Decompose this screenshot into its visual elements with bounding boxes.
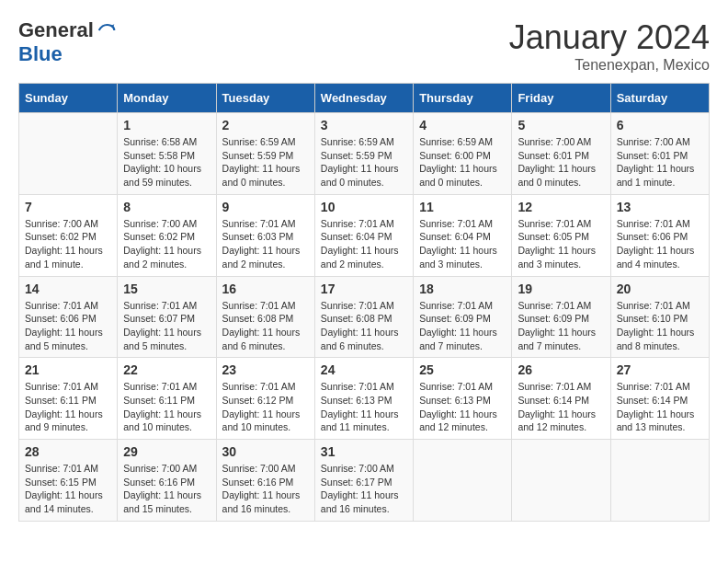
sunrise-text: Sunrise: 7:01 AM (419, 218, 493, 229)
day-number: 20 (617, 282, 703, 296)
sunrise-text: Sunrise: 7:00 AM (222, 463, 296, 474)
daylight-text: Daylight: 11 hours and 6 minutes. (222, 327, 301, 351)
day-info: Sunrise: 7:00 AMSunset: 6:16 PMDaylight:… (123, 462, 210, 516)
sunrise-text: Sunrise: 7:00 AM (25, 218, 98, 229)
calendar-cell: 29Sunrise: 7:00 AMSunset: 6:16 PMDayligh… (118, 440, 216, 522)
header-friday: Friday (512, 84, 610, 113)
day-number: 18 (419, 282, 506, 296)
day-info: Sunrise: 7:00 AMSunset: 6:01 PMDaylight:… (617, 135, 703, 190)
sunrise-text: Sunrise: 7:01 AM (222, 300, 296, 311)
calendar-cell: 19Sunrise: 7:01 AMSunset: 6:09 PMDayligh… (512, 276, 610, 358)
daylight-text: Daylight: 11 hours and 5 minutes. (25, 327, 103, 351)
day-info: Sunrise: 7:01 AMSunset: 6:12 PMDaylight:… (222, 380, 309, 434)
calendar-cell: 12Sunrise: 7:01 AMSunset: 6:05 PMDayligh… (512, 194, 610, 276)
title-block: January 2024 Tenenexpan, Mexico (509, 18, 710, 74)
sunset-text: Sunset: 6:14 PM (518, 395, 589, 406)
day-info: Sunrise: 7:00 AMSunset: 6:02 PMDaylight:… (25, 217, 111, 271)
week-row-3: 14Sunrise: 7:01 AMSunset: 6:06 PMDayligh… (19, 276, 710, 358)
sunrise-text: Sunrise: 7:01 AM (518, 300, 591, 311)
day-info: Sunrise: 7:00 AMSunset: 6:16 PMDaylight:… (222, 462, 309, 516)
sunrise-text: Sunrise: 7:01 AM (321, 381, 394, 392)
sunset-text: Sunset: 6:11 PM (123, 395, 195, 406)
sunset-text: Sunset: 6:04 PM (321, 231, 392, 242)
day-number: 21 (25, 362, 111, 377)
header-saturday: Saturday (610, 84, 709, 113)
sunset-text: Sunset: 6:10 PM (617, 313, 688, 324)
calendar-cell (512, 440, 610, 522)
sunset-text: Sunset: 6:16 PM (123, 477, 195, 488)
day-number: 25 (419, 362, 506, 377)
day-number: 29 (123, 444, 210, 459)
sunrise-text: Sunrise: 7:00 AM (617, 136, 690, 147)
sunset-text: Sunset: 6:09 PM (518, 313, 589, 324)
calendar-cell: 11Sunrise: 7:01 AMSunset: 6:04 PMDayligh… (414, 194, 512, 276)
day-number: 16 (222, 282, 309, 296)
sunrise-text: Sunrise: 7:01 AM (321, 218, 394, 229)
header-wednesday: Wednesday (314, 84, 413, 113)
calendar-cell: 31Sunrise: 7:00 AMSunset: 6:17 PMDayligh… (314, 440, 413, 522)
calendar-cell: 22Sunrise: 7:01 AMSunset: 6:11 PMDayligh… (118, 358, 216, 440)
calendar-cell: 2Sunrise: 6:59 AMSunset: 5:59 PMDaylight… (216, 113, 314, 195)
page-header: General Blue January 2024 Tenenexpan, Me… (18, 18, 710, 74)
sunrise-text: Sunrise: 7:01 AM (222, 381, 296, 392)
day-number: 23 (222, 362, 309, 377)
day-number: 13 (617, 200, 703, 214)
calendar-cell: 8Sunrise: 7:00 AMSunset: 6:02 PMDaylight… (118, 194, 216, 276)
logo: General Blue (18, 18, 116, 66)
sunrise-text: Sunrise: 7:01 AM (25, 381, 98, 392)
daylight-text: Daylight: 11 hours and 4 minutes. (617, 245, 695, 270)
sunset-text: Sunset: 5:59 PM (222, 150, 294, 161)
daylight-text: Daylight: 11 hours and 13 minutes. (617, 408, 695, 433)
day-number: 31 (321, 444, 407, 459)
calendar-cell: 4Sunrise: 6:59 AMSunset: 6:00 PMDaylight… (414, 113, 512, 195)
calendar-table: SundayMondayTuesdayWednesdayThursdayFrid… (18, 83, 710, 522)
calendar-cell: 1Sunrise: 6:58 AMSunset: 5:58 PMDaylight… (118, 113, 216, 195)
day-number: 24 (321, 362, 407, 377)
daylight-text: Daylight: 11 hours and 0 minutes. (419, 163, 497, 188)
calendar-header-row: SundayMondayTuesdayWednesdayThursdayFrid… (19, 84, 710, 113)
day-info: Sunrise: 7:01 AMSunset: 6:15 PMDaylight:… (25, 462, 111, 516)
calendar-cell: 17Sunrise: 7:01 AMSunset: 6:08 PMDayligh… (314, 276, 413, 358)
sunset-text: Sunset: 6:15 PM (25, 477, 97, 488)
daylight-text: Daylight: 10 hours and 59 minutes. (123, 163, 201, 188)
day-info: Sunrise: 7:01 AMSunset: 6:08 PMDaylight:… (222, 299, 309, 353)
sunrise-text: Sunrise: 6:59 AM (222, 136, 296, 147)
calendar-cell (414, 440, 512, 522)
day-info: Sunrise: 6:58 AMSunset: 5:58 PMDaylight:… (123, 135, 210, 190)
calendar-cell: 14Sunrise: 7:01 AMSunset: 6:06 PMDayligh… (19, 276, 118, 358)
sunrise-text: Sunrise: 7:01 AM (123, 381, 197, 392)
sunset-text: Sunset: 6:12 PM (222, 395, 294, 406)
daylight-text: Daylight: 11 hours and 2 minutes. (123, 245, 201, 270)
sunset-text: Sunset: 6:02 PM (123, 231, 195, 242)
daylight-text: Daylight: 11 hours and 7 minutes. (518, 327, 596, 351)
calendar-cell: 26Sunrise: 7:01 AMSunset: 6:14 PMDayligh… (512, 358, 610, 440)
calendar-cell: 16Sunrise: 7:01 AMSunset: 6:08 PMDayligh… (216, 276, 314, 358)
calendar-cell: 30Sunrise: 7:00 AMSunset: 6:16 PMDayligh… (216, 440, 314, 522)
daylight-text: Daylight: 11 hours and 1 minute. (617, 163, 695, 188)
sunset-text: Sunset: 6:03 PM (222, 231, 294, 242)
day-number: 28 (25, 444, 111, 459)
day-info: Sunrise: 7:01 AMSunset: 6:13 PMDaylight:… (321, 380, 407, 434)
logo-icon (97, 21, 116, 40)
week-row-1: 1Sunrise: 6:58 AMSunset: 5:58 PMDaylight… (19, 113, 710, 195)
sunset-text: Sunset: 6:07 PM (123, 313, 195, 324)
header-sunday: Sunday (19, 84, 118, 113)
sunrise-text: Sunrise: 7:01 AM (222, 218, 296, 229)
day-info: Sunrise: 7:01 AMSunset: 6:06 PMDaylight:… (25, 299, 111, 353)
sunset-text: Sunset: 6:06 PM (617, 231, 688, 242)
day-number: 1 (123, 118, 210, 132)
header-thursday: Thursday (414, 84, 512, 113)
sunrise-text: Sunrise: 7:01 AM (617, 300, 690, 311)
day-number: 12 (518, 200, 604, 214)
day-number: 27 (617, 362, 703, 377)
day-info: Sunrise: 7:01 AMSunset: 6:11 PMDaylight:… (123, 380, 210, 434)
sunset-text: Sunset: 6:14 PM (617, 395, 688, 406)
day-info: Sunrise: 7:01 AMSunset: 6:04 PMDaylight:… (419, 217, 506, 271)
day-number: 2 (222, 118, 309, 132)
sunrise-text: Sunrise: 6:58 AM (123, 136, 197, 147)
day-info: Sunrise: 7:00 AMSunset: 6:02 PMDaylight:… (123, 217, 210, 271)
week-row-4: 21Sunrise: 7:01 AMSunset: 6:11 PMDayligh… (19, 358, 710, 440)
day-number: 4 (419, 118, 506, 132)
week-row-5: 28Sunrise: 7:01 AMSunset: 6:15 PMDayligh… (19, 440, 710, 522)
sunrise-text: Sunrise: 6:59 AM (419, 136, 493, 147)
